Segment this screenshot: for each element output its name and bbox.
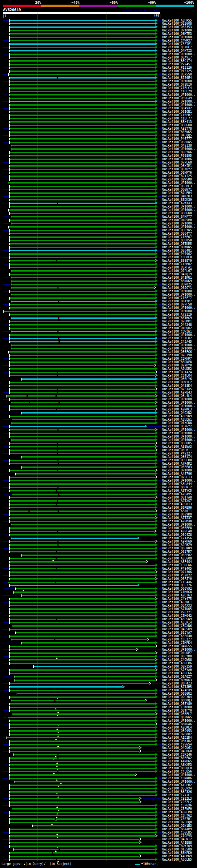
hit-label[interactable]: UniRef100_A7QAV5 xyxy=(162,492,192,496)
hit-label[interactable]: UniRef100_B7PFS8 xyxy=(162,303,192,306)
hit-label[interactable]: UniRef100_B3NKK9 xyxy=(162,279,192,283)
hit-bar[interactable] xyxy=(10,741,156,742)
hit-label[interactable]: UniRef100_UPI000.. xyxy=(162,469,195,472)
hit-bar[interactable] xyxy=(10,575,156,576)
hit-bar[interactable] xyxy=(10,734,156,735)
hit-bar[interactable] xyxy=(11,439,156,441)
hit-label[interactable]: UniRef100_B7FJX5 xyxy=(162,388,192,391)
hit-label[interactable]: UniRef100_C5MG42 xyxy=(162,614,192,617)
hit-label[interactable]: UniRef100_B6JYA7 xyxy=(162,631,192,634)
hit-bar[interactable] xyxy=(11,148,156,150)
hit-label[interactable]: UniRef100_C5KI46 xyxy=(162,753,192,756)
hit-bar[interactable] xyxy=(10,230,156,231)
hit-bar[interactable] xyxy=(13,754,156,755)
hit-label[interactable]: UniRef100_Q6FJY0 xyxy=(162,577,192,581)
hit-label[interactable]: UniRef100_A7TKQ5 xyxy=(162,607,192,611)
hit-label[interactable]: UniRef100_C0NRD6 xyxy=(162,777,192,780)
hit-bar[interactable] xyxy=(10,744,156,745)
hit-bar[interactable] xyxy=(10,142,156,143)
hit-label[interactable]: UniRef100_Q59953 xyxy=(162,729,192,733)
hit-bar[interactable] xyxy=(10,558,156,559)
hit-bar[interactable] xyxy=(22,466,156,468)
hit-bar[interactable] xyxy=(11,348,156,349)
hit-bar[interactable] xyxy=(10,605,156,606)
hit-label[interactable]: UniRef100_P52822 xyxy=(162,574,192,577)
hit-bar[interactable] xyxy=(10,20,156,21)
hit-bar[interactable] xyxy=(10,856,139,857)
hit-bar[interactable] xyxy=(10,250,156,251)
hit-bar[interactable] xyxy=(10,656,156,657)
hit-bar[interactable] xyxy=(10,815,156,816)
hit-bar[interactable] xyxy=(10,57,156,58)
hit-label[interactable]: UniRef100_A1D2D4 xyxy=(162,736,192,739)
hit-label[interactable]: UniRef100_Q2N159 xyxy=(162,665,192,668)
hit-label[interactable]: UniRef100_A9PB43 xyxy=(162,391,192,394)
hit-label[interactable]: UniRef100_P15125 xyxy=(162,69,192,73)
hit-label[interactable]: UniRef100_A4IB88 xyxy=(162,841,192,844)
hit-label[interactable]: UniRef100_Q4KTI3 xyxy=(162,49,192,52)
hit-bar[interactable] xyxy=(10,545,156,546)
hit-bar[interactable] xyxy=(11,524,156,525)
hit-bar[interactable] xyxy=(10,389,156,390)
hit-bar[interactable] xyxy=(11,345,156,346)
hit-bar[interactable] xyxy=(11,301,156,302)
hit-bar[interactable] xyxy=(10,433,156,434)
hit-bar[interactable] xyxy=(10,37,156,38)
hit-bar[interactable] xyxy=(9,629,156,630)
hit-label[interactable]: UniRef100_Q4GXN2 xyxy=(162,411,192,414)
hit-label[interactable]: UniRef100_A9TXS7 xyxy=(162,499,192,502)
hit-bar[interactable] xyxy=(10,70,156,72)
hit-bar[interactable] xyxy=(10,662,156,664)
hit-label[interactable]: UniRef100_UPI000.. xyxy=(162,309,195,313)
hit-label[interactable]: UniRef100_B9SFU0 xyxy=(162,459,192,462)
hit-bar[interactable] xyxy=(11,537,138,539)
hit-label[interactable]: UniRef100_Q8LBI1 xyxy=(162,448,192,452)
hit-bar[interactable] xyxy=(14,676,156,677)
hit-label[interactable]: UniRef100_Q5BEL7 xyxy=(162,712,192,716)
hit-label[interactable]: UniRef100_A3A0I1 xyxy=(162,509,192,513)
hit-label[interactable]: UniRef100_Q6C4Z8 xyxy=(162,533,192,536)
hit-bar[interactable] xyxy=(11,402,156,403)
hit-bar[interactable] xyxy=(10,568,156,569)
hit-label[interactable]: UniRef100_A7EYA0 xyxy=(162,668,192,672)
hit-bar[interactable] xyxy=(10,429,156,430)
hit-label[interactable]: UniRef100_Q9W5R8 xyxy=(162,178,192,181)
hit-bar[interactable] xyxy=(10,500,156,502)
hit-bar[interactable] xyxy=(14,781,156,782)
hit-label[interactable]: UniRef100_A0CLN5 xyxy=(162,858,192,861)
hit-label[interactable]: UniRef100_A8HP55 xyxy=(162,19,192,22)
hit-bar[interactable] xyxy=(10,426,145,427)
hit-label[interactable]: UniRef100_Q4FWT2 xyxy=(162,838,192,841)
hit-label[interactable]: UniRef100_Q4N655 xyxy=(162,645,192,648)
hit-bar[interactable] xyxy=(9,209,156,211)
hit-label[interactable]: UniRef100_Q627R7 xyxy=(162,550,192,553)
hit-bar[interactable] xyxy=(8,582,156,583)
hit-label[interactable]: UniRef100_B6SQF0 xyxy=(162,766,192,770)
hit-label[interactable]: UniRef100_C1BM02 xyxy=(162,262,192,266)
hit-label[interactable]: UniRef100_A6SLG6 xyxy=(162,672,192,675)
hit-bar[interactable] xyxy=(10,104,156,105)
hit-bar[interactable] xyxy=(10,111,156,113)
hit-label[interactable]: UniRef100_Q86EP8 xyxy=(162,526,192,530)
hit-label[interactable]: UniRef100_C1BFI7 xyxy=(162,296,192,300)
hit-bar[interactable] xyxy=(10,399,156,400)
hit-label[interactable]: UniRef100_Q6IQB1 xyxy=(162,110,192,113)
hit-label[interactable]: UniRef100_P26321 xyxy=(162,611,192,614)
hit-bar[interactable] xyxy=(10,206,156,207)
hit-bar[interactable] xyxy=(11,284,156,285)
hit-label[interactable]: UniRef100_C1BL29 xyxy=(162,90,192,93)
hit-label[interactable]: UniRef100_A4RHG5 xyxy=(162,760,192,763)
hit-bar[interactable] xyxy=(10,436,156,437)
hit-label[interactable]: UniRef100_UPI000.. xyxy=(162,719,195,722)
hit-label[interactable]: UniRef100_UPI000.. xyxy=(162,103,195,106)
hit-bar[interactable] xyxy=(10,91,156,92)
hit-bar[interactable] xyxy=(10,510,156,512)
hit-label[interactable]: UniRef100_B8P326 xyxy=(162,790,192,794)
hit-bar[interactable] xyxy=(10,240,156,241)
hit-bar[interactable] xyxy=(10,531,155,532)
hit-label[interactable]: UniRef100_B4LQQ5 xyxy=(162,134,192,137)
hit-label[interactable]: UniRef100_UPI000.. xyxy=(162,222,195,225)
hit-label[interactable]: UniRef100_C1MPK4 xyxy=(162,641,192,645)
hit-label[interactable]: UniRef100_C6TL04 xyxy=(162,374,192,377)
hit-bar[interactable] xyxy=(10,747,139,748)
